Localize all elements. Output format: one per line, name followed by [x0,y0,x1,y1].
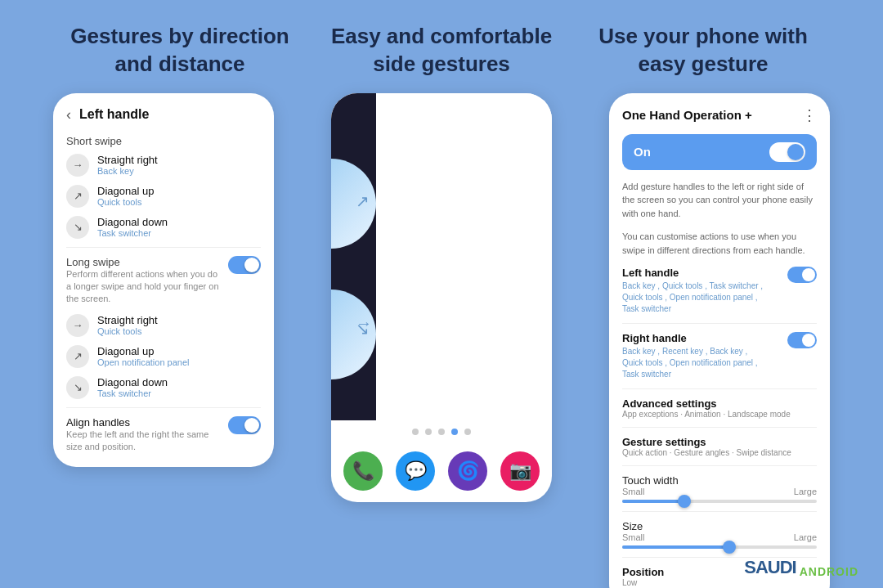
left-handle-sub: Back key , Quick tools , Task switcher ,… [622,281,769,315]
panel-illustration: ↗ → ↘ 📞 💬 🌀 📷 [331,93,552,502]
on-toggle[interactable] [769,142,805,162]
align-desc: Keep the left and the right the same siz… [66,429,222,454]
panel-one-hand: One Hand Operation + ⋮ On Add gesture ha… [609,93,830,588]
dot-2 [425,429,432,435]
item2-sub: Quick tools [97,197,154,207]
item3-main: Diagonal down [97,216,168,228]
right-handle-toggle[interactable] [787,332,817,348]
touch-slider-labels: Small Large [622,487,817,496]
left-handle-toggle[interactable] [787,267,817,283]
long-diagonal-down: ↘ Diagonal down Task switcher [66,376,261,399]
touch-slider-fill [622,500,684,503]
top-bar: Gestures by directionand distance Easy a… [0,0,883,93]
item6-main: Diagonal down [97,376,168,388]
long-diagonal-down-icon: ↘ [66,376,89,399]
long-diagonal-up-icon: ↗ [66,345,89,368]
left-handle-row: Left handle Back key , Quick tools , Tas… [622,267,817,315]
size-title: Size [622,520,817,532]
app-title: One Hand Operation + [622,108,752,122]
dock-app: 🌀 [448,451,487,491]
gesture-settings-row[interactable]: Gesture settings Quick action · Gesture … [622,436,817,457]
title-2: Easy and comfortableside gestures [319,23,564,79]
back-button[interactable]: ‹ [66,106,71,123]
touch-small: Small [622,487,645,496]
phone-dock: 📞 💬 🌀 📷 [343,443,540,502]
item5-main: Diagonal up [97,345,190,357]
align-handles-section: Align handles Keep the left and the righ… [66,416,261,454]
dock-phone: 📞 [343,451,383,491]
straight-right-icon: → [66,154,89,177]
title-3: Use your phone witheasy gesture [580,23,826,79]
right-handle-row: Right handle Back key , Recent key , Bac… [622,332,817,380]
dock-camera: 📷 [500,451,540,491]
diagonal-down-icon: ↘ [66,216,89,239]
divider-r5 [622,511,817,512]
long-swipe-header: Long swipe Perform different actions whe… [66,256,261,306]
dock-chat: 💬 [396,451,435,491]
watermark: SAUDI ANDROID [744,557,858,578]
short-swipe-label: Short swipe [66,135,261,147]
item4-sub: Quick tools [97,326,158,336]
divider-1 [66,247,261,248]
phone-dots [412,429,471,435]
on-row[interactable]: On [622,134,817,170]
item5-sub: Open notification panel [97,357,190,367]
size-slider-fill [622,545,729,549]
gesture-sub: Quick action · Gesture angles · Swipe di… [622,448,817,457]
align-title: Align handles [66,416,222,429]
divider-r1 [622,323,817,324]
item1-main: Straight right [97,154,158,166]
size-slider-thumb[interactable] [723,541,736,554]
touch-title: Touch width [622,474,817,487]
long-straight-icon: → [66,314,89,337]
gesture-arrow-1: ↗ [356,191,370,211]
panel-left-handle: ‹ Left handle Short swipe → Straight rig… [53,93,274,467]
size-slider-track[interactable] [622,545,817,549]
size-small: Small [622,532,645,542]
saudi-text: SAUDI [744,557,796,578]
card-title: Left handle [79,107,149,122]
settings-header: One Hand Operation + ⋮ [622,106,817,124]
gesture-title: Gesture settings [622,436,817,448]
item2-main: Diagonal up [97,185,154,197]
advanced-settings-row[interactable]: Advanced settings App exceptions · Anima… [622,397,817,419]
android-text: ANDROID [800,565,858,578]
item1-sub: Back key [97,166,158,176]
touch-large: Large [794,487,817,496]
right-handle-title: Right handle [622,332,769,344]
diagonal-up-icon: ↗ [66,185,89,208]
item3-sub: Task switcher [97,228,168,238]
dot-5 [464,429,471,435]
phone-screen: ↗ → ↘ [331,93,552,420]
left-handle-title: Left handle [622,267,769,279]
dot-1 [412,429,419,435]
on-label: On [634,145,651,159]
align-toggle[interactable] [228,416,261,434]
description-1: Add gesture handles to the left or right… [622,180,817,221]
panels-row: ‹ Left handle Short swipe → Straight rig… [0,93,883,588]
item4-main: Straight right [97,314,158,326]
short-straight-right: → Straight right Back key [66,154,261,177]
right-handle-sub: Back key , Recent key , Back key , Quick… [622,346,769,380]
touch-slider-thumb[interactable] [678,495,691,508]
more-button[interactable]: ⋮ [802,106,817,124]
size-slider-labels: Small Large [622,532,817,542]
divider-r3 [622,427,817,428]
gesture-arrow-3: ↘ [356,319,370,339]
long-swipe-toggle[interactable] [228,256,261,274]
position-low: Low [622,578,817,587]
size-large: Large [794,532,817,542]
short-diagonal-up: ↗ Diagonal up Quick tools [66,185,261,208]
title-1: Gestures by directionand distance [57,23,303,79]
advanced-title: Advanced settings [622,397,817,410]
long-swipe-desc: Perform different actions when you do a … [66,268,222,306]
description-2: You can customise actions to use when yo… [622,230,817,257]
divider-r4 [622,465,817,466]
divider-r2 [622,388,817,389]
advanced-sub: App exceptions · Animation · Landscape m… [622,410,817,419]
long-swipe-label: Long swipe [66,256,222,268]
touch-slider-track[interactable] [622,500,817,503]
card-header: ‹ Left handle [66,106,261,123]
dot-4-active [451,429,458,435]
divider-2 [66,407,261,408]
